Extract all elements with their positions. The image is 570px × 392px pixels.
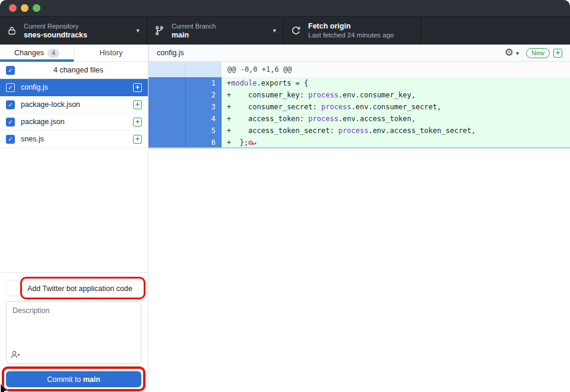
file-row-package-json[interactable]: ✓ package.json + <box>0 113 148 131</box>
gear-icon[interactable]: ⚙ <box>505 48 514 58</box>
github-desktop-window: Current Repository snes-soundtracks ▾ Cu… <box>0 0 570 392</box>
commit-button-label: Commit to <box>47 375 83 384</box>
diff-line-number: 6 <box>185 137 221 147</box>
diff-line-code: + };⊘↵ <box>221 137 570 147</box>
file-row-package-lock-json[interactable]: ✓ package-lock.json + <box>0 96 148 113</box>
file-checkbox[interactable]: ✓ <box>6 135 15 144</box>
diff-line[interactable]: 6 + };⊘↵ <box>148 137 570 148</box>
chevron-down-icon: ▾ <box>136 27 140 34</box>
diff-line[interactable]: 4 + access_token: process.env.access_tok… <box>148 113 570 125</box>
changes-sidebar: ✓ 4 changed files ✓ config.js + ✓ packag… <box>0 62 148 392</box>
toolbar: Current Repository snes-soundtracks ▾ Cu… <box>0 17 570 45</box>
file-name: snes.js <box>21 135 133 143</box>
tab-changes-label: Changes <box>14 49 44 57</box>
tab-changes[interactable]: Changes 4 <box>0 45 74 61</box>
diff-line-number: 1 <box>185 77 221 89</box>
diff-gutter-old <box>148 137 185 147</box>
add-coauthor-icon[interactable] <box>10 350 21 362</box>
branch-label: Current Branch <box>172 22 268 30</box>
chevron-down-icon[interactable]: ▾ <box>516 50 519 56</box>
file-added-icon: + <box>133 83 142 92</box>
diff-line[interactable]: 1 +module.exports = { <box>148 77 570 89</box>
sidebar-tabbar: Changes 4 History <box>0 45 148 62</box>
diff-line-code: + consumer_key: process.env.consumer_key… <box>221 89 570 101</box>
fetch-label: Fetch origin <box>308 21 413 31</box>
commit-description-input[interactable] <box>6 301 141 364</box>
diff-gutter-old <box>148 125 185 137</box>
diff-line-number: 4 <box>185 113 221 125</box>
diff-line-code: +module.exports = { <box>221 77 570 89</box>
new-file-badge: New <box>526 48 550 58</box>
minimize-window-button[interactable] <box>21 4 28 12</box>
fetch-origin-button[interactable]: Fetch origin Last fetched 24 minutes ago <box>284 17 421 45</box>
select-all-checkbox[interactable]: ✓ <box>6 66 15 75</box>
commit-button[interactable]: Commit to main <box>6 371 141 387</box>
avatar <box>5 280 21 296</box>
file-row-config-js[interactable]: ✓ config.js + <box>0 79 148 96</box>
diff-line-code: + access_token: process.env.access_token… <box>221 113 570 125</box>
changed-files-count: 4 changed files <box>15 66 142 74</box>
no-newline-icon: ⊘↵ <box>248 138 255 147</box>
file-checkbox[interactable]: ✓ <box>6 100 15 109</box>
diff-line-number: 3 <box>185 101 221 113</box>
diff-line-number: 2 <box>185 89 221 101</box>
current-repository-selector[interactable]: Current Repository snes-soundtracks ▾ <box>0 17 147 45</box>
tab-history[interactable]: History <box>74 45 148 61</box>
diff-line[interactable]: 3 + consumer_secret: process.env.consume… <box>148 101 570 113</box>
diff-gutter-old <box>148 101 185 113</box>
repository-label: Current Repository <box>24 22 131 30</box>
diff-line[interactable]: 2 + consumer_key: process.env.consumer_k… <box>148 89 570 101</box>
file-added-icon: + <box>133 135 142 144</box>
branch-name: main <box>172 30 268 40</box>
commit-summary-input[interactable] <box>24 280 141 296</box>
repository-name: snes-soundtracks <box>24 30 131 40</box>
diff-line[interactable]: 5 + access_token_secret: process.env.acc… <box>148 125 570 137</box>
close-window-button[interactable] <box>9 4 17 12</box>
diff-added-icon: + <box>553 49 562 58</box>
zoom-window-button[interactable] <box>33 4 40 12</box>
commit-button-branch: main <box>83 375 100 384</box>
file-checkbox[interactable]: ✓ <box>6 83 15 92</box>
git-branch-icon <box>154 26 164 36</box>
changed-files-header: ✓ 4 changed files <box>0 62 148 79</box>
hunk-header-text: @@ -0,0 +1,6 @@ <box>221 62 570 77</box>
sync-icon <box>291 26 301 36</box>
file-name: config.js <box>21 83 133 91</box>
hunk-gutter-old <box>148 62 185 77</box>
titlebar <box>0 0 570 17</box>
diff-file-name: config.js <box>157 49 505 57</box>
file-added-icon: + <box>133 118 142 127</box>
tab-history-label: History <box>100 49 123 57</box>
diff-line-code: + access_token_secret: process.env.acces… <box>221 125 570 137</box>
diff-gutter-old <box>148 113 185 125</box>
changes-count-badge: 4 <box>48 49 59 58</box>
commit-form: Commit to main <box>0 272 148 392</box>
hunk-header-row: @@ -0,0 +1,6 @@ <box>148 62 570 77</box>
file-checkbox[interactable]: ✓ <box>6 118 15 127</box>
chevron-down-icon: ▾ <box>273 27 276 34</box>
file-name: package-lock.json <box>21 100 133 109</box>
file-row-snes-js[interactable]: ✓ snes.js + <box>0 131 148 148</box>
diff-gutter-old <box>148 77 185 89</box>
file-added-icon: + <box>133 100 142 109</box>
diff-file-header: config.js ⚙ ▾ New + <box>148 45 570 62</box>
diff-gutter-old <box>148 89 185 101</box>
diff-line-number: 5 <box>185 125 221 137</box>
fetch-status: Last fetched 24 minutes ago <box>308 31 413 40</box>
diff-view: @@ -0,0 +1,6 @@ 1 +module.exports = { 2 … <box>148 62 570 392</box>
current-branch-selector[interactable]: Current Branch main ▾ <box>147 17 284 45</box>
diff-line-code: + consumer_secret: process.env.consumer_… <box>221 101 570 113</box>
hunk-gutter-new <box>185 62 221 77</box>
lock-icon <box>7 26 17 36</box>
file-name: package.json <box>21 118 133 126</box>
